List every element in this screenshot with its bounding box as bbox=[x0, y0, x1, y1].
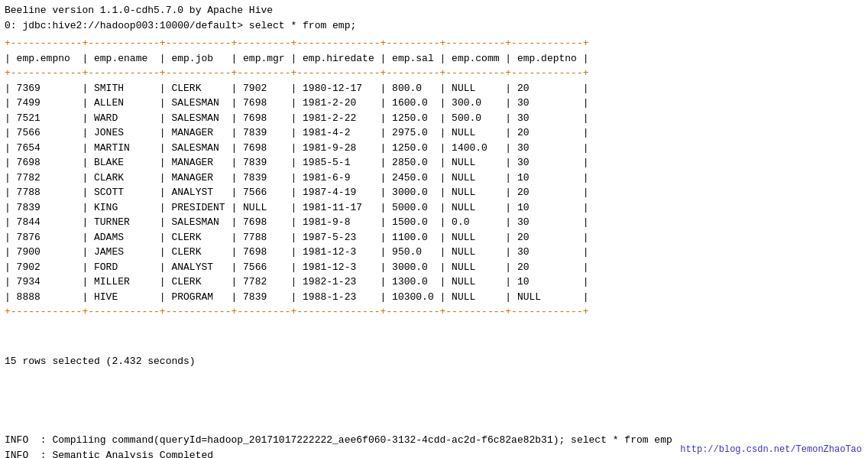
table-row: | 7788 | SCOTT | ANALYST | 7566 | 1987-4… bbox=[5, 185, 863, 200]
footer-url: http://blog.csdn.net/TemonZhaoTao bbox=[680, 444, 862, 455]
query-results-table: +------------+------------+-----------+-… bbox=[5, 36, 863, 320]
table-row: | 7654 | MARTIN | SALESMAN | 7698 | 1981… bbox=[5, 141, 863, 156]
table-row: | 8888 | HIVE | PROGRAM | 7839 | 1988-1-… bbox=[5, 290, 863, 305]
table-bottom-border: +------------+------------+-----------+-… bbox=[5, 304, 863, 320]
jdbc-prompt-line: 0: jdbc:hive2://hadoop003:10000/default>… bbox=[5, 18, 863, 34]
rows-selected-summary: 15 rows selected (2.432 seconds) bbox=[5, 354, 863, 369]
terminal-window: Beeline version 1.1.0-cdh5.7.0 by Apache… bbox=[0, 0, 868, 458]
table-row: | 7902 | FORD | ANALYST | 7566 | 1981-12… bbox=[5, 260, 863, 275]
table-row: | 7566 | JONES | MANAGER | 7839 | 1981-4… bbox=[5, 125, 863, 141]
header-section: Beeline version 1.1.0-cdh5.7.0 by Apache… bbox=[5, 3, 863, 33]
table-top-border: +------------+------------+-----------+-… bbox=[5, 36, 863, 51]
table-row: | 7521 | WARD | SALESMAN | 7698 | 1981-2… bbox=[5, 111, 863, 126]
table-row: | 7934 | MILLER | CLERK | 7782 | 1982-1-… bbox=[5, 274, 863, 290]
table-row: | 7900 | JAMES | CLERK | 7698 | 1981-12-… bbox=[5, 245, 863, 260]
table-row: | 7499 | ALLEN | SALESMAN | 7698 | 1981-… bbox=[5, 96, 863, 111]
summary-section: 15 rows selected (2.432 seconds) bbox=[5, 324, 863, 399]
table-row: | 7876 | ADAMS | CLERK | 7788 | 1987-5-2… bbox=[5, 230, 863, 245]
beeline-version-line: Beeline version 1.1.0-cdh5.7.0 by Apache… bbox=[5, 3, 863, 18]
table-row: | 7839 | KING | PRESIDENT | NULL | 1981-… bbox=[5, 200, 863, 216]
table-row: | 7698 | BLAKE | MANAGER | 7839 | 1985-5… bbox=[5, 155, 863, 171]
table-header-border: +------------+------------+-----------+-… bbox=[5, 66, 863, 81]
table-row: | 7844 | TURNER | SALESMAN | 7698 | 1981… bbox=[5, 215, 863, 230]
table-row: | 7782 | CLARK | MANAGER | 7839 | 1981-6… bbox=[5, 171, 863, 186]
table-header-row: | emp.empno | emp.ename | emp.job | emp.… bbox=[5, 51, 863, 67]
table-body: | 7369 | SMITH | CLERK | 7902 | 1980-12-… bbox=[5, 81, 863, 305]
table-row: | 7369 | SMITH | CLERK | 7902 | 1980-12-… bbox=[5, 81, 863, 96]
